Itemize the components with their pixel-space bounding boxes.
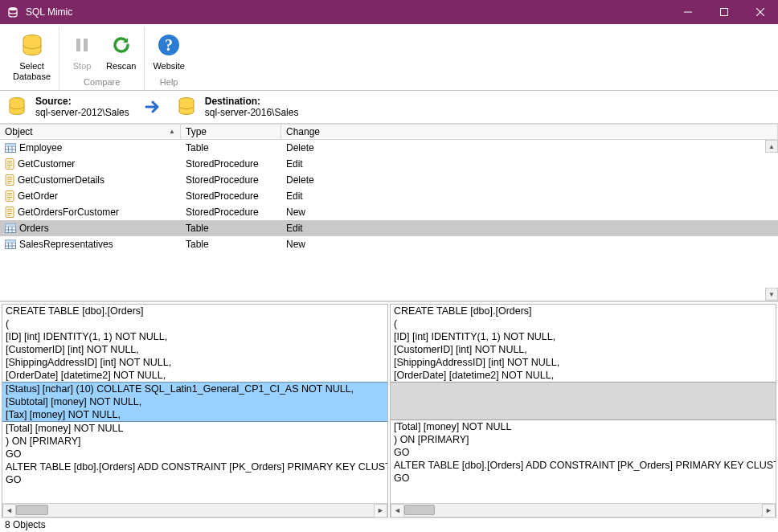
svg-rect-33 <box>6 207 14 218</box>
change-type: Edit <box>281 158 778 170</box>
rescan-icon <box>110 31 133 59</box>
maximize-button[interactable] <box>706 0 742 24</box>
column-header-change[interactable]: Change <box>281 125 778 139</box>
scroll-thumb[interactable] <box>404 505 435 515</box>
diff-body-destination[interactable]: CREATE TABLE [dbo].[Orders]([ID] [int] I… <box>391 305 776 503</box>
column-header-object[interactable]: Object ▲ <box>0 125 181 139</box>
table-row[interactable]: GetOrderStoredProcedureEdit <box>0 188 778 204</box>
scroll-left-arrow[interactable]: ◄ <box>391 504 404 518</box>
scroll-up-arrow[interactable]: ▲ <box>765 140 778 153</box>
object-name: Orders <box>19 223 49 234</box>
diff-line: [CustomerID] [int] NOT NULL, <box>391 343 776 356</box>
diff-line: [Total] [money] NOT NULL <box>2 422 387 435</box>
status-text: 8 Objects <box>5 519 46 530</box>
diff-line: CREATE TABLE [dbo].[Orders] <box>2 305 387 317</box>
table-row[interactable]: GetCustomerDetailsStoredProcedureDelete <box>0 172 778 188</box>
select-db-button[interactable]: SelectDatabase <box>8 27 55 85</box>
rescan-button[interactable]: Rescan <box>101 27 141 75</box>
ribbon-button-label: Stop <box>73 61 92 72</box>
destination-label: Destination: <box>205 96 299 107</box>
change-type: Delete <box>281 174 778 186</box>
hscroll-destination[interactable]: ◄ ► <box>391 503 776 517</box>
table-row[interactable]: OrdersTableEdit <box>0 220 778 236</box>
ribbon-button-label: SelectDatabase <box>13 61 51 82</box>
object-name: Employee <box>19 142 62 153</box>
diff-pane-destination: CREATE TABLE [dbo].[Orders]([ID] [int] I… <box>390 304 776 518</box>
diff-line: ( <box>2 317 387 330</box>
diff-line: ALTER TABLE [dbo].[Orders] ADD CONSTRAIN… <box>391 459 776 472</box>
column-header-type[interactable]: Type <box>181 125 281 139</box>
scroll-left-arrow[interactable]: ◄ <box>2 504 16 518</box>
diff-line-changed: [Status] [nchar] (10) COLLATE SQL_Latin1… <box>2 382 387 395</box>
diff-line: CREATE TABLE [dbo].[Orders] <box>391 305 776 317</box>
titlebar: SQL Mimic <box>0 0 778 24</box>
statusbar: 8 Objects <box>0 518 778 532</box>
destination-block: Destination: sql-server-2016\Sales <box>176 96 299 118</box>
minimize-button[interactable] <box>669 0 706 24</box>
object-grid: Object ▲ Type Change ▲ EmployeeTableDele… <box>0 124 778 302</box>
stop-button: Stop <box>63 27 101 75</box>
stored-procedure-icon <box>5 174 14 186</box>
change-type: New <box>281 239 778 250</box>
svg-rect-23 <box>6 175 14 186</box>
source-label: Source: <box>35 96 129 107</box>
change-type: New <box>281 207 778 218</box>
table-icon <box>5 239 16 249</box>
ribbon-group-label: Compare <box>84 75 120 88</box>
svg-rect-28 <box>6 191 14 202</box>
diff-line: GO <box>391 446 776 459</box>
window-title: SQL Mimic <box>26 6 669 18</box>
object-type: Table <box>181 142 281 153</box>
object-name: GetCustomerDetails <box>18 174 104 186</box>
stored-procedure-icon <box>5 207 14 218</box>
database-icon <box>176 96 199 118</box>
diff-line: [OrderDate] [datetime2] NOT NULL, <box>2 369 387 382</box>
table-row[interactable]: GetOrdersForCustomerStoredProcedureNew <box>0 204 778 220</box>
close-button[interactable] <box>742 0 778 24</box>
diff-line: ALTER TABLE [dbo].[Orders] ADD CONSTRAIN… <box>2 460 387 473</box>
scroll-thumb[interactable] <box>16 505 48 515</box>
arrow-right-icon <box>144 98 162 116</box>
table-row[interactable]: GetCustomerStoredProcedureEdit <box>0 156 778 172</box>
svg-rect-17 <box>6 144 16 147</box>
ribbon-toolbar: SelectDatabaseStopRescanCompare?WebsiteH… <box>0 24 778 91</box>
object-name: GetOrder <box>18 190 58 202</box>
sort-indicator-icon: ▲ <box>169 128 175 135</box>
table-icon <box>5 223 16 233</box>
change-type: Edit <box>281 190 778 202</box>
hscroll-source[interactable]: ◄ ► <box>2 503 387 517</box>
stored-procedure-icon <box>5 190 14 202</box>
scroll-right-arrow[interactable]: ► <box>374 504 387 518</box>
svg-rect-18 <box>6 159 14 170</box>
destination-value: sql-server-2016\Sales <box>205 107 299 118</box>
diff-line: ) ON [PRIMARY] <box>391 433 776 446</box>
diff-line: ) ON [PRIMARY] <box>2 435 387 448</box>
database-icon <box>6 96 29 118</box>
website-button[interactable]: ?Website <box>148 27 190 75</box>
scroll-down-arrow[interactable]: ▼ <box>765 288 778 301</box>
svg-rect-43 <box>6 224 16 227</box>
object-type: Table <box>181 239 281 250</box>
table-row[interactable]: EmployeeTableDelete <box>0 140 778 156</box>
source-block: Source: sql-server-2012\Sales <box>6 96 129 118</box>
diff-line: [ID] [int] IDENTITY(1, 1) NOT NULL, <box>2 330 387 343</box>
change-type: Delete <box>281 142 778 153</box>
svg-rect-2 <box>720 9 727 16</box>
table-row[interactable]: SalesRepresentativesTableNew <box>0 236 778 252</box>
stored-procedure-icon <box>5 158 14 170</box>
grid-header: Object ▲ Type Change <box>0 124 778 140</box>
pause-icon <box>71 31 93 59</box>
diff-area: CREATE TABLE [dbo].[Orders]([ID] [int] I… <box>0 302 778 518</box>
source-destination-strip: Source: sql-server-2012\Sales Destinatio… <box>0 91 778 124</box>
object-name: SalesRepresentatives <box>19 239 113 250</box>
diff-pane-source: CREATE TABLE [dbo].[Orders]([ID] [int] I… <box>2 304 388 518</box>
object-type: StoredProcedure <box>181 190 281 202</box>
scroll-right-arrow[interactable]: ► <box>762 504 776 518</box>
object-name: GetCustomer <box>18 158 75 170</box>
object-type: StoredProcedure <box>181 158 281 170</box>
ribbon-button-label: Website <box>153 61 185 72</box>
diff-body-source[interactable]: CREATE TABLE [dbo].[Orders]([ID] [int] I… <box>2 305 387 503</box>
diff-line-changed: [Tax] [money] NOT NULL, <box>2 408 387 422</box>
svg-rect-6 <box>76 39 80 51</box>
diff-line-changed: [Subtotal] [money] NOT NULL, <box>2 395 387 408</box>
